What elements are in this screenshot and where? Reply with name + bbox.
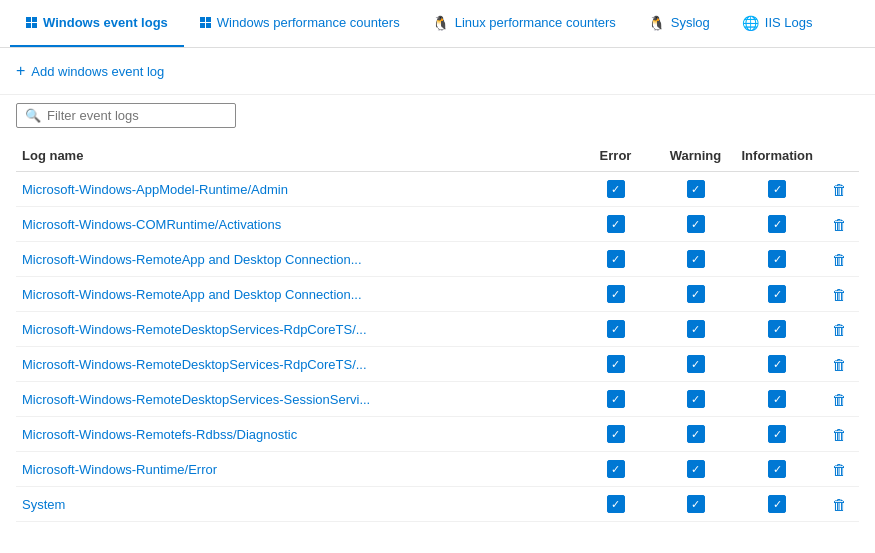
information-checkbox[interactable]: ✓: [736, 277, 820, 312]
log-name-cell[interactable]: Microsoft-Windows-COMRuntime/Activations: [16, 207, 576, 242]
log-name-cell[interactable]: Microsoft-Windows-AppModel-Runtime/Admin: [16, 172, 576, 207]
delete-icon[interactable]: 🗑: [832, 286, 847, 303]
delete-cell[interactable]: 🗑: [819, 382, 859, 417]
table-row: Microsoft-Windows-COMRuntime/Activations…: [16, 207, 859, 242]
error-checkbox[interactable]: ✓: [576, 242, 656, 277]
col-header-log-name: Log name: [16, 140, 576, 172]
delete-icon[interactable]: 🗑: [832, 356, 847, 373]
log-name-cell[interactable]: Microsoft-Windows-RemoteDesktopServices-…: [16, 382, 576, 417]
delete-icon[interactable]: 🗑: [832, 496, 847, 513]
table-row: Microsoft-Windows-RemoteDesktopServices-…: [16, 382, 859, 417]
warning-check-icon: ✓: [687, 320, 705, 338]
delete-cell[interactable]: 🗑: [819, 277, 859, 312]
delete-cell[interactable]: 🗑: [819, 417, 859, 452]
tab-linux-perf-counters[interactable]: 🐧 Linux performance counters: [416, 0, 632, 47]
add-event-log-button[interactable]: + Add windows event log: [16, 58, 164, 84]
log-name-cell[interactable]: Microsoft-Windows-RemoteApp and Desktop …: [16, 277, 576, 312]
information-check-icon: ✓: [768, 495, 786, 513]
warning-check-icon: ✓: [687, 285, 705, 303]
information-checkbox[interactable]: ✓: [736, 312, 820, 347]
error-check-icon: ✓: [607, 355, 625, 373]
tab-windows-event-logs-label: Windows event logs: [43, 15, 168, 30]
table-row: Microsoft-Windows-RemoteDesktopServices-…: [16, 312, 859, 347]
plus-icon: +: [16, 62, 25, 80]
information-checkbox[interactable]: ✓: [736, 207, 820, 242]
information-checkbox[interactable]: ✓: [736, 172, 820, 207]
delete-icon[interactable]: 🗑: [832, 181, 847, 198]
delete-icon[interactable]: 🗑: [832, 391, 847, 408]
warning-checkbox[interactable]: ✓: [656, 277, 736, 312]
tab-iis-logs[interactable]: 🌐 IIS Logs: [726, 0, 829, 47]
warning-checkbox[interactable]: ✓: [656, 207, 736, 242]
delete-cell[interactable]: 🗑: [819, 207, 859, 242]
delete-icon[interactable]: 🗑: [832, 426, 847, 443]
information-checkbox[interactable]: ✓: [736, 347, 820, 382]
error-check-icon: ✓: [607, 285, 625, 303]
error-checkbox[interactable]: ✓: [576, 277, 656, 312]
error-checkbox[interactable]: ✓: [576, 172, 656, 207]
warning-check-icon: ✓: [687, 355, 705, 373]
windows-icon: [26, 17, 37, 28]
warning-check-icon: ✓: [687, 180, 705, 198]
error-checkbox[interactable]: ✓: [576, 417, 656, 452]
warning-check-icon: ✓: [687, 250, 705, 268]
error-checkbox[interactable]: ✓: [576, 452, 656, 487]
warning-checkbox[interactable]: ✓: [656, 417, 736, 452]
warning-checkbox[interactable]: ✓: [656, 242, 736, 277]
delete-cell[interactable]: 🗑: [819, 312, 859, 347]
error-checkbox[interactable]: ✓: [576, 487, 656, 522]
warning-checkbox[interactable]: ✓: [656, 172, 736, 207]
information-check-icon: ✓: [768, 320, 786, 338]
log-name-cell[interactable]: System: [16, 487, 576, 522]
log-name-cell[interactable]: Microsoft-Windows-Remotefs-Rdbss/Diagnos…: [16, 417, 576, 452]
delete-cell[interactable]: 🗑: [819, 452, 859, 487]
information-checkbox[interactable]: ✓: [736, 382, 820, 417]
delete-icon[interactable]: 🗑: [832, 216, 847, 233]
event-log-table: Log name Error Warning Information Micro…: [16, 140, 859, 522]
information-checkbox[interactable]: ✓: [736, 417, 820, 452]
filter-input-wrap[interactable]: 🔍: [16, 103, 236, 128]
warning-check-icon: ✓: [687, 425, 705, 443]
log-name-cell[interactable]: Microsoft-Windows-RemoteApp and Desktop …: [16, 242, 576, 277]
table-row: Microsoft-Windows-Runtime/Error✓✓✓🗑: [16, 452, 859, 487]
warning-checkbox[interactable]: ✓: [656, 382, 736, 417]
warning-checkbox[interactable]: ✓: [656, 452, 736, 487]
tab-windows-event-logs[interactable]: Windows event logs: [10, 0, 184, 47]
tab-syslog[interactable]: 🐧 Syslog: [632, 0, 726, 47]
information-check-icon: ✓: [768, 250, 786, 268]
windows-icon-2: [200, 17, 211, 28]
tab-linux-perf-label: Linux performance counters: [455, 15, 616, 30]
error-check-icon: ✓: [607, 180, 625, 198]
search-icon: 🔍: [25, 108, 41, 123]
add-button-label: Add windows event log: [31, 64, 164, 79]
delete-cell[interactable]: 🗑: [819, 242, 859, 277]
error-checkbox[interactable]: ✓: [576, 312, 656, 347]
delete-icon[interactable]: 🗑: [832, 321, 847, 338]
col-header-warning: Warning: [656, 140, 736, 172]
error-checkbox[interactable]: ✓: [576, 347, 656, 382]
delete-cell[interactable]: 🗑: [819, 487, 859, 522]
error-checkbox[interactable]: ✓: [576, 207, 656, 242]
top-nav: Windows event logs Windows performance c…: [0, 0, 875, 48]
tab-iis-label: IIS Logs: [765, 15, 813, 30]
filter-input[interactable]: [47, 108, 227, 123]
information-checkbox[interactable]: ✓: [736, 242, 820, 277]
delete-icon[interactable]: 🗑: [832, 461, 847, 478]
log-name-cell[interactable]: Microsoft-Windows-Runtime/Error: [16, 452, 576, 487]
error-checkbox[interactable]: ✓: [576, 382, 656, 417]
linux-icon: 🐧: [432, 15, 449, 31]
log-name-cell[interactable]: Microsoft-Windows-RemoteDesktopServices-…: [16, 347, 576, 382]
information-checkbox[interactable]: ✓: [736, 487, 820, 522]
warning-checkbox[interactable]: ✓: [656, 487, 736, 522]
delete-cell[interactable]: 🗑: [819, 347, 859, 382]
delete-icon[interactable]: 🗑: [832, 251, 847, 268]
col-header-information: Information: [736, 140, 820, 172]
warning-checkbox[interactable]: ✓: [656, 312, 736, 347]
warning-check-icon: ✓: [687, 390, 705, 408]
tab-windows-perf-counters[interactable]: Windows performance counters: [184, 0, 416, 47]
information-checkbox[interactable]: ✓: [736, 452, 820, 487]
log-name-cell[interactable]: Microsoft-Windows-RemoteDesktopServices-…: [16, 312, 576, 347]
information-check-icon: ✓: [768, 285, 786, 303]
warning-checkbox[interactable]: ✓: [656, 347, 736, 382]
delete-cell[interactable]: 🗑: [819, 172, 859, 207]
